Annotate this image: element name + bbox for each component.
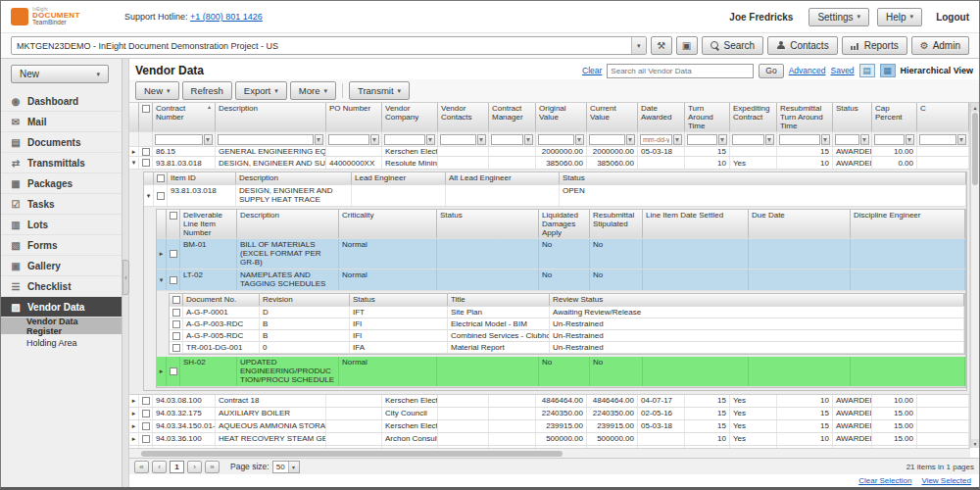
sidebar-item-packages[interactable]: ▦Packages [1,173,122,194]
list-view-button[interactable]: ▤ [859,64,875,77]
row-expander-icon[interactable]: ▾ [129,157,139,169]
column-header[interactable]: Description [236,172,352,184]
toolbar-new-button[interactable]: New▾ [135,81,179,100]
sidebar-item-tasks[interactable]: ☑Tasks [1,194,122,215]
row-checkbox[interactable] [170,276,177,284]
row-expander-icon[interactable]: ▸ [129,408,139,419]
row-expander-icon[interactable]: ▸ [129,433,139,445]
column-header[interactable]: Liquidated Damages Apply [539,210,590,238]
column-header[interactable]: Title [448,294,550,306]
filter-funnel-icon[interactable] [315,134,323,145]
column-header[interactable]: Due Date [749,210,851,238]
column-header[interactable]: Review Status [550,294,964,306]
row-checkbox[interactable] [142,397,150,405]
filter-input[interactable] [440,134,476,145]
transmit-button[interactable]: Transmit▾ [349,81,410,100]
row-checkbox[interactable] [142,435,150,443]
scrollbar-thumb[interactable] [972,113,978,185]
first-page-button[interactable]: « [134,461,149,473]
sidebar-item-mail[interactable]: ✉Mail [1,112,122,132]
horizontal-scrollbar[interactable] [129,448,970,458]
filter-funnel-icon[interactable] [718,134,727,145]
help-button[interactable]: Help ▾ [877,8,922,26]
column-header[interactable]: Contract Manager [489,103,536,131]
column-header[interactable]: Status [833,103,872,131]
filter-input[interactable] [384,134,425,145]
item-row[interactable]: ▾93.81.03.018DESIGN, ENGINEER AND SUPPLY… [144,185,966,207]
sidebar-new-button[interactable]: New ▾ [11,65,109,83]
filter-input[interactable] [732,134,764,145]
row-expander-icon[interactable]: ▸ [129,420,139,432]
filter-input[interactable] [218,134,314,145]
deliverable-row[interactable]: ▸SH-02UPDATED ENGINEERING/PRODUCTION/PRO… [157,357,965,387]
select-all-checkbox[interactable] [142,105,150,113]
filter-input[interactable] [835,134,859,145]
filter-funnel-icon[interactable] [575,134,584,145]
admin-button[interactable]: ⚙Admin [911,36,969,55]
row-expander-icon[interactable]: ▾ [144,185,154,206]
sidebar-item-checklist[interactable]: ☰Checklist [1,276,122,297]
sidebar-item-holding-area[interactable]: Holding Area [1,334,122,351]
column-header[interactable]: Status [560,172,966,184]
filter-input[interactable] [640,134,672,145]
row-checkbox[interactable] [170,250,177,258]
column-header[interactable]: Original Value [536,103,587,131]
filter-funnel-icon[interactable] [821,134,830,145]
filter-funnel-icon[interactable] [957,134,966,145]
column-header[interactable]: C [917,103,969,131]
clear-search-link[interactable]: Clear [582,66,602,75]
document-row[interactable]: TR-001-DG-0010IFAMaterial ReportUn-Restr… [170,342,964,354]
select-all-checkbox[interactable] [157,174,165,182]
sidebar-item-documents[interactable]: ▤Documents [1,132,122,153]
filter-input[interactable] [919,134,956,145]
sidebar-item-vendor-data-register[interactable]: Vendor Data Register [1,318,122,334]
column-header[interactable]: Alt Lead Engineer [446,172,560,184]
last-page-button[interactable]: » [205,461,220,473]
view-selected-link[interactable]: View Selected [921,476,971,485]
row-checkbox[interactable] [142,422,150,430]
filter-funnel-icon[interactable] [673,134,682,145]
column-header[interactable]: Resubmittal Turn Around Time [777,103,833,131]
vendor-row[interactable]: ▾93.81.03.018DESIGN, ENGINEER AND SUP440… [129,157,969,170]
contacts-button[interactable]: Contacts [767,36,837,55]
filter-funnel-icon[interactable] [370,134,379,145]
saved-search-link[interactable]: Saved [831,66,855,75]
column-header[interactable]: Description [237,210,339,238]
search-button[interactable]: Search [702,36,764,55]
filter-input[interactable] [687,134,717,145]
column-header[interactable]: Status [350,294,448,306]
vendor-row[interactable]: ▸94.03.36.100HEAT RECOVERY STEAM GENArch… [129,433,969,446]
tools-button[interactable]: ⚒ [651,36,672,55]
sidebar-collapse-handle[interactable]: ‹ [122,260,129,295]
row-checkbox[interactable] [157,192,165,200]
filter-funnel-icon[interactable] [204,134,213,145]
column-header[interactable]: Vendor Company [382,103,438,131]
row-checkbox[interactable] [172,332,180,340]
clear-selection-link[interactable]: Clear Selection [858,476,911,485]
prev-page-button[interactable]: ‹ [152,461,167,473]
logout-button[interactable]: Logout [936,12,969,23]
column-header[interactable]: Discipline Engineer [851,210,965,238]
filter-input[interactable] [874,134,905,145]
row-checkbox[interactable] [172,320,180,328]
column-header[interactable]: Status [437,210,539,238]
row-checkbox[interactable] [172,344,180,352]
next-page-button[interactable]: › [187,461,202,473]
row-checkbox[interactable] [142,148,150,156]
select-all-checkbox[interactable] [170,212,177,220]
row-checkbox[interactable] [170,368,177,375]
row-expander-icon[interactable]: ▸ [129,147,139,156]
row-expander-icon[interactable]: ▸ [129,395,139,407]
vendor-row[interactable]: ▸94.03.08.100Contract 18Kerschen Electri… [129,395,969,408]
refresh-button[interactable]: Refresh [182,81,232,100]
advanced-search-link[interactable]: Advanced [789,66,826,75]
filter-input[interactable] [491,134,523,145]
column-header[interactable]: Lead Engineer [352,172,446,184]
document-row[interactable]: A-G-P-003-RDCBIFIElectrical Model - BIMU… [170,318,964,330]
column-header[interactable]: Line Item Date Settled [643,210,749,238]
column-header[interactable]: Vendor Contacts [438,103,489,131]
sidebar-item-forms[interactable]: ▧Forms [1,235,122,256]
vertical-scrollbar[interactable]: ▲ ▼ [970,103,979,448]
filter-funnel-icon[interactable] [524,134,533,145]
go-button[interactable]: Go [759,64,783,78]
